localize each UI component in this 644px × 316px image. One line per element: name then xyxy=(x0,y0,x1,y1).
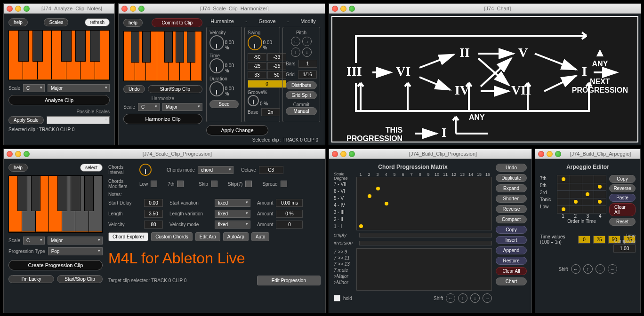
copy-button[interactable]: Copy xyxy=(496,226,527,234)
pitch-up-button[interactable]: ↑ xyxy=(291,47,300,57)
lucky-button[interactable]: I'm Lucky xyxy=(8,275,54,283)
mode-select[interactable]: Major xyxy=(162,103,202,111)
refresh-button[interactable]: refresh xyxy=(85,18,110,26)
minimize-icon[interactable] xyxy=(15,151,21,157)
skip-checkbox[interactable] xyxy=(211,181,217,187)
pitch-right-button[interactable]: → xyxy=(302,37,312,46)
close-icon[interactable] xyxy=(121,6,128,12)
chart-button[interactable]: Chart xyxy=(496,277,527,285)
minimize-icon[interactable] xyxy=(15,6,21,12)
base-value[interactable]: 2n xyxy=(261,108,280,116)
duplicate-button[interactable]: Duplicate xyxy=(496,174,527,182)
amount1-value[interactable]: 0.00 ms xyxy=(276,199,303,207)
octave-value[interactable]: C3 xyxy=(259,166,283,174)
progression-matrix[interactable] xyxy=(356,177,492,230)
arp-dot[interactable] xyxy=(598,185,602,189)
close-icon[interactable] xyxy=(332,6,338,12)
progtype-select[interactable]: Pop xyxy=(48,247,103,255)
shift-right-button[interactable]: → xyxy=(608,264,617,274)
tv1[interactable]: 25 xyxy=(593,236,605,244)
close-icon[interactable] xyxy=(7,151,13,157)
distribute-button[interactable]: Distribute xyxy=(286,81,317,89)
shift-left-button[interactable]: ← xyxy=(571,264,580,274)
select-button[interactable]: select xyxy=(80,164,103,172)
bars-value[interactable]: 1 xyxy=(298,60,317,68)
velmode-select[interactable]: fixed xyxy=(215,221,250,229)
titlebar[interactable]: [J74_Build_Clip_Arpeggio] xyxy=(535,149,640,159)
help-button[interactable]: help xyxy=(8,18,28,26)
interval-knob[interactable] xyxy=(139,164,152,176)
auto-button[interactable]: Auto xyxy=(251,232,270,241)
create-progression-button[interactable]: Create Progression Clip xyxy=(8,260,103,270)
time-knob[interactable] xyxy=(209,58,224,73)
close-icon[interactable] xyxy=(538,151,544,157)
swing-cell-active[interactable]: 0 xyxy=(248,80,286,88)
matrix-dot[interactable] xyxy=(376,187,380,190)
clear-all-button[interactable]: Clear All xyxy=(496,267,527,275)
titlebar[interactable]: [J74_Scale_Clip_Harmonizer] xyxy=(119,4,325,14)
insert-button[interactable]: Insert xyxy=(496,236,527,244)
zoom-icon[interactable] xyxy=(24,6,30,12)
compact-button[interactable]: Compact xyxy=(496,215,527,223)
mode-select[interactable]: Major xyxy=(48,84,110,92)
possible-scales-select[interactable] xyxy=(47,116,110,124)
titlebar[interactable]: [J74_Analyze_Clip_Notes] xyxy=(4,4,114,14)
auto-arp-button[interactable]: AutoArp xyxy=(223,232,249,241)
zoom-icon[interactable] xyxy=(24,151,30,157)
harmonize-clip-button[interactable]: Harmonize Clip xyxy=(123,114,202,124)
velocity-value[interactable]: 80 xyxy=(144,221,163,229)
root-select[interactable]: C xyxy=(23,237,45,245)
root-select[interactable]: C xyxy=(23,84,45,92)
swing-cell[interactable]: -50 xyxy=(248,53,266,61)
undo-button[interactable]: Undo xyxy=(123,85,145,93)
timecompress-value[interactable]: 1.00 xyxy=(613,245,636,253)
matrix-dot[interactable] xyxy=(359,224,363,228)
extension-matrix[interactable] xyxy=(356,248,492,291)
scales-button[interactable]: Scales xyxy=(44,18,68,26)
paste-button[interactable]: Paste xyxy=(609,194,636,202)
arp-dot[interactable] xyxy=(598,200,602,204)
duration-knob[interactable] xyxy=(209,81,224,96)
gridsplit-button[interactable]: Grid Split xyxy=(286,91,317,99)
lengthvar-select[interactable]: fixed xyxy=(215,210,250,218)
copy-button[interactable]: Copy xyxy=(609,175,636,183)
clear-all-button[interactable]: Clear All xyxy=(609,203,636,216)
hold-checkbox[interactable] xyxy=(334,295,340,301)
help-button[interactable]: help xyxy=(8,164,28,172)
arp-dot[interactable] xyxy=(574,200,578,204)
custom-chords-button[interactable]: Custom Chords xyxy=(151,232,192,241)
manual-button[interactable]: Manual xyxy=(286,107,317,115)
undo-button[interactable]: Undo xyxy=(496,164,527,172)
swing-knob[interactable] xyxy=(248,35,262,50)
minimize-icon[interactable] xyxy=(547,151,553,157)
reverse-button[interactable]: Reverse xyxy=(609,184,636,192)
startvar-select[interactable]: fixed xyxy=(215,199,250,207)
startstop-button[interactable]: Start/Stop Clip xyxy=(148,85,202,93)
chord-explorer-button[interactable]: Chord Explorer xyxy=(108,232,148,241)
edit-progression-button[interactable]: Edit Progression xyxy=(257,276,321,285)
empty-strip[interactable] xyxy=(359,233,492,237)
7th-checkbox[interactable] xyxy=(177,181,184,187)
seed-button[interactable]: Seed xyxy=(209,100,239,108)
shift-left-button[interactable]: ← xyxy=(446,293,455,303)
chords-mode-select[interactable]: chord xyxy=(198,166,233,174)
shift-up-button[interactable]: ↑ xyxy=(458,293,467,303)
zoom-icon[interactable] xyxy=(349,151,355,157)
grid-value[interactable]: 1/16 xyxy=(298,71,317,79)
arp-dot[interactable] xyxy=(562,177,565,181)
zoom-icon[interactable] xyxy=(349,6,355,12)
close-icon[interactable] xyxy=(332,151,338,157)
inversion-strip[interactable] xyxy=(359,241,492,245)
titlebar[interactable]: [J74_Scale_Clip_Progression] xyxy=(4,149,325,159)
swing-cell[interactable]: 33 xyxy=(248,71,266,79)
amount3-value[interactable]: 0 xyxy=(276,221,303,229)
arp-dot[interactable] xyxy=(586,192,589,196)
minimize-icon[interactable] xyxy=(340,151,346,157)
startstop-button[interactable]: Start/Stop Clip xyxy=(57,275,103,283)
swing-cell[interactable]: -25 xyxy=(248,62,266,70)
startdelay-value[interactable]: 0.00 xyxy=(144,199,163,207)
help-button[interactable]: help xyxy=(123,19,143,27)
length-value[interactable]: 3.50 xyxy=(144,210,163,218)
pitch-left-button[interactable]: ← xyxy=(291,37,300,46)
groove-knob[interactable] xyxy=(248,95,259,106)
